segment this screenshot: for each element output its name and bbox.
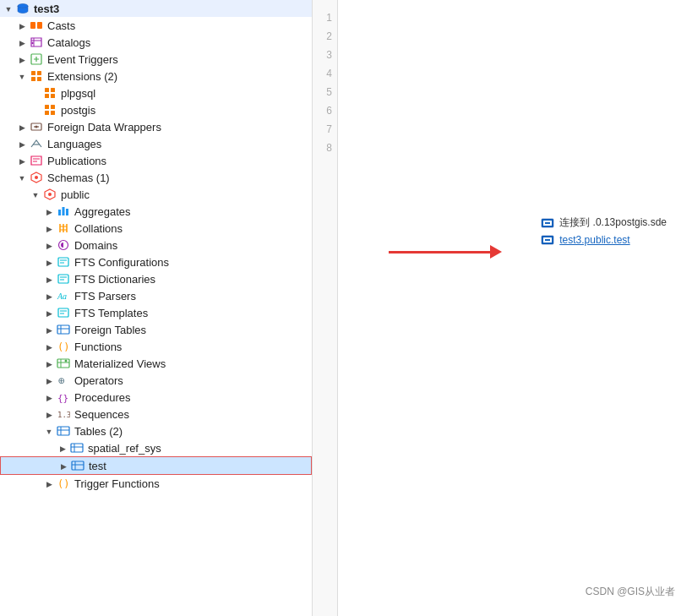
sidebar-item-fdw[interactable]: Foreign Data Wrappers [0, 118, 312, 135]
sidebar-item-languages[interactable]: Languages [0, 135, 312, 152]
toggle-casts[interactable] [15, 21, 29, 30]
sidebar-item-trigger-functions[interactable]: ()Trigger Functions [0, 475, 312, 492]
svg-rect-31 [57, 325, 69, 334]
label-matviews: Materialized Views [74, 357, 166, 370]
toggle-aggregates[interactable] [42, 207, 56, 216]
line-numbers: 12345678 [313, 0, 338, 616]
toggle-sequences[interactable] [42, 410, 56, 419]
svg-rect-11 [45, 94, 49, 98]
toggle-fts-dicts[interactable] [42, 275, 56, 284]
toggle-spatial-ref-sys[interactable] [56, 444, 69, 453]
toggle-fdw[interactable] [15, 123, 29, 132]
icon-matviews [56, 357, 71, 370]
toggle-extensions[interactable] [15, 72, 29, 81]
line-number: 2 [313, 27, 337, 46]
line-number: 7 [313, 120, 337, 139]
toggle-catalogs[interactable] [15, 38, 29, 47]
label-operators: Operators [74, 374, 123, 387]
icon-domains [56, 238, 71, 252]
sidebar-item-functions[interactable]: ()Functions [0, 338, 312, 355]
svg-rect-27 [58, 258, 68, 266]
sidebar-item-fts-dicts[interactable]: FTS Dictionaries [0, 270, 312, 287]
svg-point-3 [31, 42, 33, 44]
sidebar-item-aggregates[interactable]: Aggregates [0, 203, 312, 220]
sidebar-item-plpgsql[interactable]: plpgsql [0, 84, 312, 101]
icon-plpgsql [42, 86, 57, 100]
toggle-foreign-tables[interactable] [42, 325, 56, 335]
sidebar-item-event-triggers[interactable]: Event Triggers [0, 51, 312, 68]
sidebar-item-schemas[interactable]: Schemas (1) [0, 169, 312, 186]
content-area: 连接到 .0.13postgis.sde test3.public.test C… [338, 0, 692, 616]
toggle-operators[interactable] [42, 376, 56, 385]
svg-rect-1 [30, 22, 35, 29]
toggle-event-triggers[interactable] [15, 55, 29, 64]
toggle-schemas[interactable] [15, 173, 29, 183]
sidebar-item-fts-configs[interactable]: FTS Configurations [0, 253, 312, 270]
toggle-matviews[interactable] [42, 359, 56, 368]
sidebar-item-procedures[interactable]: {}Procedures [0, 389, 312, 406]
icon-test-table [70, 459, 85, 472]
toggle-test3[interactable] [2, 4, 15, 14]
label-functions: Functions [74, 341, 122, 353]
toggle-procedures[interactable] [42, 393, 56, 402]
sidebar-item-collations[interactable]: Collations [0, 220, 312, 237]
toggle-tables[interactable] [42, 427, 56, 436]
sidebar-item-fts-templates[interactable]: FTS Templates [0, 304, 312, 321]
sidebar-item-domains[interactable]: Domains [0, 237, 312, 253]
label-test-table: test [89, 460, 106, 472]
sidebar-item-test3[interactable]: test3 [0, 0, 312, 17]
toggle-functions[interactable] [42, 342, 56, 352]
svg-rect-16 [51, 111, 55, 115]
icon-functions: () [56, 340, 71, 353]
svg-rect-10 [51, 88, 55, 92]
icon-publications [29, 154, 44, 167]
svg-rect-40 [72, 461, 84, 470]
sidebar-item-casts[interactable]: Casts [0, 17, 312, 34]
sidebar-item-publications[interactable]: Publications [0, 152, 312, 169]
svg-text:{}: {} [57, 393, 68, 404]
label-foreign-tables: Foreign Tables [74, 324, 146, 336]
icon-fts-configs [56, 255, 71, 269]
icon-catalogs [29, 35, 44, 49]
icon-aggregates [56, 204, 71, 218]
toggle-languages[interactable] [15, 139, 29, 149]
icon-trigger-functions: () [56, 477, 71, 490]
toggle-trigger-functions[interactable] [42, 479, 56, 488]
icon-event-triggers [29, 52, 44, 66]
toggle-fts-parsers[interactable] [42, 292, 56, 301]
sidebar-item-sequences[interactable]: 1.3Sequences [0, 406, 312, 422]
sidebar-item-spatial-ref-sys[interactable]: spatial_ref_sys [0, 439, 312, 456]
arrow-indicator [389, 245, 502, 259]
sidebar-item-tables[interactable]: Tables (2) [0, 422, 312, 439]
svg-rect-23 [58, 210, 61, 215]
sidebar-item-operators[interactable]: ⊕Operators [0, 372, 312, 389]
svg-rect-33 [57, 359, 69, 368]
toggle-fts-configs[interactable] [42, 258, 56, 267]
label-postgis: postgis [61, 104, 95, 117]
sidebar-item-extensions[interactable]: Extensions (2) [0, 68, 312, 84]
arrow-line [389, 251, 490, 253]
sidebar-item-catalogs[interactable]: Catalogs [0, 34, 312, 51]
line-number: 5 [313, 83, 337, 101]
toggle-fts-templates[interactable] [42, 308, 56, 318]
icon-test3 [15, 2, 30, 15]
toggle-test-table[interactable] [57, 461, 70, 471]
sidebar-item-matviews[interactable]: Materialized Views [0, 355, 312, 372]
icon-tables [56, 424, 71, 438]
sidebar-item-postgis[interactable]: postgis [0, 101, 312, 118]
sidebar-item-foreign-tables[interactable]: Foreign Tables [0, 321, 312, 338]
watermark: CSDN @GIS从业者 [586, 585, 675, 599]
icon-foreign-tables [56, 323, 71, 336]
svg-rect-14 [51, 105, 55, 109]
toggle-domains[interactable] [42, 241, 56, 250]
sidebar-item-public[interactable]: public [0, 186, 312, 203]
sidebar-item-fts-parsers[interactable]: AaFTS Parsers [0, 287, 312, 304]
toggle-public[interactable] [29, 190, 42, 199]
line-number: 6 [313, 101, 337, 120]
sidebar-item-test-table[interactable]: test [0, 456, 312, 475]
svg-rect-44 [545, 222, 550, 224]
icon-collations [56, 221, 71, 235]
toggle-collations[interactable] [42, 224, 56, 233]
svg-text:(): () [57, 341, 69, 353]
toggle-publications[interactable] [15, 156, 29, 166]
